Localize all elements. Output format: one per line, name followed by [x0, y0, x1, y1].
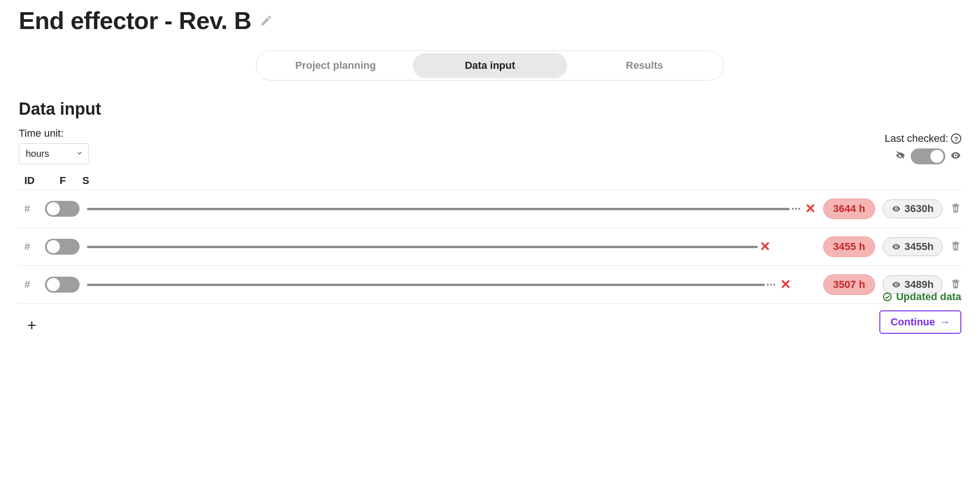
last-checked-text: Last checked: [885, 132, 948, 145]
row-id-placeholder: # [19, 279, 37, 291]
pencil-icon[interactable] [260, 14, 273, 27]
track-line [87, 208, 790, 210]
row-toggle[interactable] [45, 201, 80, 217]
help-icon[interactable]: ? [951, 133, 961, 144]
eye-off-icon [895, 150, 906, 163]
data-rows: #•••✕3644 h3630h#✕3455 h3455h#•••✕3507 h… [19, 190, 961, 304]
last-checked-toggle[interactable] [911, 148, 945, 164]
row-id-placeholder: # [19, 241, 37, 253]
data-row: #•••✕3644 h3630h [19, 190, 961, 228]
chevron-down-icon [76, 149, 83, 159]
column-headers: ID F S [19, 175, 961, 187]
arrow-right-icon: → [940, 316, 950, 328]
tab-nav: Project planning Data input Results [19, 51, 961, 81]
svg-point-0 [883, 293, 891, 301]
data-row: #✕3455 h3455h [19, 228, 961, 265]
checked-time-badge[interactable]: 3455h [883, 237, 943, 256]
row-track[interactable]: •••✕ [87, 277, 816, 292]
last-checked-toggle-row [885, 148, 961, 164]
time-unit-select[interactable]: hours [19, 143, 89, 164]
updated-status: Updated data [882, 291, 961, 303]
add-row-button[interactable]: + [27, 317, 37, 333]
row-track[interactable]: ✕ [87, 239, 816, 254]
col-header-f: F [56, 175, 69, 187]
time-unit-label: Time unit: [19, 127, 89, 140]
trash-icon[interactable] [950, 278, 961, 291]
checked-time-value: 3489h [905, 279, 934, 291]
track-line [87, 284, 765, 286]
col-header-id: ID [24, 175, 43, 187]
close-icon[interactable]: ✕ [758, 240, 770, 253]
time-unit-block: Time unit: hours [19, 127, 89, 164]
trash-icon[interactable] [950, 240, 961, 253]
checked-time-badge[interactable]: 3630h [883, 199, 943, 218]
col-header-s: S [82, 175, 95, 187]
trash-icon[interactable] [950, 202, 961, 215]
checked-time-value: 3630h [905, 203, 934, 215]
tab-project-planning[interactable]: Project planning [258, 53, 413, 78]
fail-time-badge[interactable]: 3644 h [823, 199, 875, 219]
page-title-row: End effector - Rev. B [19, 0, 961, 35]
page-title: End effector - Rev. B [19, 7, 251, 35]
row-toggle[interactable] [45, 239, 80, 255]
close-icon[interactable]: ✕ [803, 202, 816, 215]
section-title: Data input [19, 99, 961, 119]
continue-button[interactable]: Continue → [879, 310, 961, 334]
row-id-placeholder: # [19, 203, 37, 215]
last-checked-block: Last checked: ? [885, 132, 961, 164]
updated-label: Updated data [896, 291, 961, 303]
add-row: + [19, 317, 37, 333]
data-row: #•••✕3507 h3489h [19, 265, 961, 304]
fail-time-badge[interactable]: 3455 h [823, 236, 875, 257]
track-ellipsis-icon: ••• [765, 281, 778, 288]
row-track[interactable]: •••✕ [87, 201, 816, 216]
controls-row: Time unit: hours Last checked: ? [19, 127, 961, 164]
tab-data-input[interactable]: Data input [413, 53, 567, 78]
tab-results[interactable]: Results [567, 53, 722, 78]
eye-icon [950, 150, 961, 163]
continue-label: Continue [891, 316, 935, 328]
row-toggle[interactable] [45, 277, 80, 293]
track-ellipsis-icon: ••• [790, 205, 803, 213]
tab-nav-pill: Project planning Data input Results [256, 51, 724, 81]
checked-time-value: 3455h [905, 241, 934, 253]
footer: Updated data Continue → [879, 291, 961, 334]
close-icon[interactable]: ✕ [778, 278, 791, 291]
fail-time-badge[interactable]: 3507 h [823, 274, 875, 295]
track-line [87, 246, 758, 248]
last-checked-label: Last checked: ? [885, 132, 961, 145]
